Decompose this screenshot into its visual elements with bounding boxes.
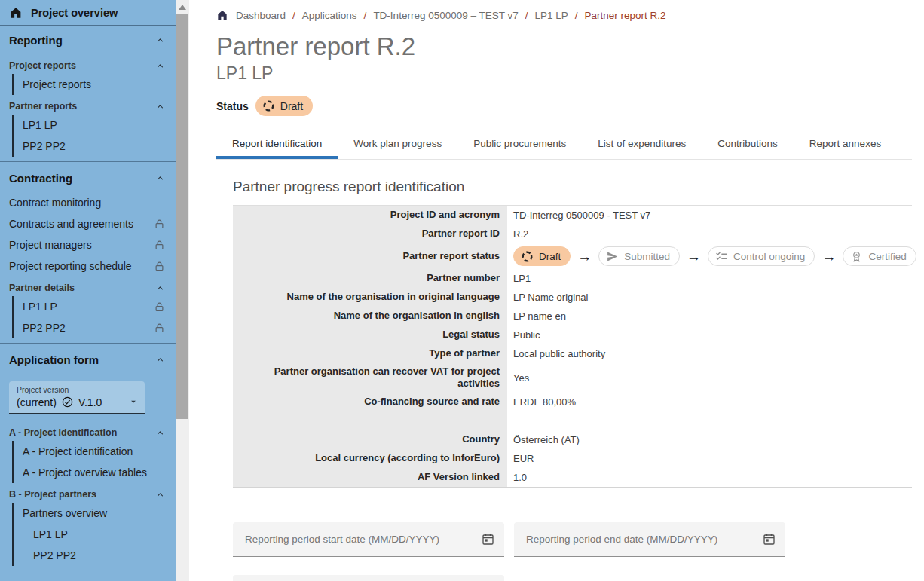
end-date-input[interactable] [525, 533, 762, 546]
chevron-up-icon [155, 61, 165, 71]
table-row-value: Yes [507, 370, 535, 386]
sidebar-item-label: Project overview [31, 7, 118, 19]
table-row-partner-report-status: Partner report statusDraft→Submitted→Con… [233, 243, 912, 269]
home-icon [9, 6, 23, 20]
table-row-value [507, 418, 519, 423]
sidebar-item-partner-details[interactable]: Partner details [0, 277, 176, 296]
table-row-partner-organisation-can-recover-vat-for-project-activities: Partner organisation can recover VAT for… [233, 363, 912, 393]
sidebar-item-a-project-identification[interactable]: A - Project identification [14, 441, 176, 462]
sidebar-item-contracting[interactable]: Contracting [0, 164, 176, 192]
sidebar-item-lp1-lp[interactable]: LP1 LP [14, 115, 176, 136]
tab-public-procurements[interactable]: Public procurements [457, 130, 582, 159]
table-row-label: Project ID and acronym [233, 206, 507, 225]
chevron-up-icon [155, 355, 165, 365]
sidebar-item-b-project-partners[interactable]: B - Project partners [0, 483, 176, 503]
checklist-icon [715, 250, 728, 263]
chevron-up-icon [155, 283, 165, 293]
status-step-control-ongoing: Control ongoing [708, 246, 815, 266]
sidebar-item-application-form[interactable]: Application form [0, 345, 176, 374]
sidebar-item-label: PP2 PP2 [23, 322, 66, 334]
calendar-icon[interactable] [762, 532, 776, 546]
sidebar-tree: LP1 LPPP2 PP2 [12, 296, 176, 338]
end-date-field[interactable] [514, 522, 785, 557]
tab-report-annexes[interactable]: Report annexes [794, 130, 897, 159]
status-badge: Draft [255, 96, 313, 116]
scrollbar-up-arrow-icon[interactable] [179, 5, 186, 10]
project-version-label: Project version [17, 385, 139, 394]
table-row-label: Name of the organisation in english [233, 307, 507, 326]
sidebar-item-label: Partner reports [9, 101, 77, 112]
sidebar-item-pp2-pp2[interactable]: PP2 PP2 [14, 136, 176, 157]
status-row: Status Draft [216, 96, 912, 116]
main-content: Dashboard/Applications/TD-Interreg 05000… [189, 0, 924, 581]
status-step-draft: Draft [513, 246, 571, 266]
tab-list-of-expenditures[interactable]: List of expenditures [582, 130, 702, 159]
page-subtitle: LP1 LP [216, 63, 912, 84]
start-date-field[interactable] [233, 522, 504, 557]
table-row-value: LP1 [507, 271, 537, 286]
sidebar-item-project-reporting-schedule[interactable]: Project reporting schedule [0, 255, 176, 277]
table-row-label: Local currency (according to InforEuro) [233, 449, 507, 468]
sidebar-item-partner-reports[interactable]: Partner reports [0, 95, 176, 115]
tab-contributions[interactable]: Contributions [702, 130, 794, 159]
table-row-project-id-and-acronym: Project ID and acronymTD-Interreg 050000… [233, 206, 912, 225]
tab-report-identification[interactable]: Report identification [216, 130, 338, 159]
table-row-value: LP Name original [507, 289, 594, 305]
sidebar-item-lp1-lp[interactable]: LP1 LP [14, 524, 176, 545]
chevron-up-icon [155, 173, 165, 183]
sidebar-nav: ReportingProject reportsProject reportsP… [0, 26, 176, 566]
breadcrumb-link[interactable]: TD-Interreg 0500009 – TEST v7 [373, 10, 518, 21]
sidebar-item-label: Project reports [9, 60, 76, 71]
sidebar-item-label: Contract monitoring [9, 197, 101, 209]
sidebar-item-project-overview[interactable]: Project overview [0, 0, 176, 26]
project-version-number: V.1.0 [78, 396, 102, 408]
table-row-value: Local public authority [507, 346, 611, 362]
sidebar-item-project-reports[interactable]: Project reports [14, 74, 176, 95]
project-version-select[interactable]: Project version(current)V.1.0 [9, 381, 145, 414]
sidebar-item-project-reports[interactable]: Project reports [0, 54, 176, 74]
sidebar-item-label: LP1 LP [23, 119, 57, 131]
sidebar-item-contracts-and-agreements[interactable]: Contracts and agreements [0, 213, 176, 234]
table-row-af-version-linked: AF Version linked1.0 [233, 468, 912, 487]
sidebar-item-label: Contracting [9, 172, 72, 185]
table-row-value: R.2 [507, 226, 534, 242]
status-step-label: Draft [539, 251, 561, 262]
breadcrumb-separator: / [575, 10, 578, 21]
sidebar-item-pp2-pp2[interactable]: PP2 PP2 [14, 545, 176, 566]
sidebar-item-lp1-lp[interactable]: LP1 LP [14, 296, 176, 317]
sidebar-item-a-project-overview-tables[interactable]: A - Project overview tables [14, 462, 176, 483]
home-icon[interactable] [216, 9, 228, 21]
breadcrumb-current: Partner report R.2 [585, 10, 666, 21]
sidebar-scrollbar-thumb[interactable] [176, 14, 188, 419]
sidebar-item-contract-monitoring[interactable]: Contract monitoring [0, 192, 176, 213]
reporting-period-select[interactable]: Reporting period [233, 575, 504, 581]
sidebar-item-a-project-identification[interactable]: A - Project identification [0, 421, 176, 441]
table-row-value: Draft→Submitted→Control ongoing→Certifie… [507, 244, 922, 268]
table-row-country: CountryÖsterreich (AT) [233, 430, 912, 449]
draft-icon [521, 250, 534, 263]
status-step-certified: Certified [843, 246, 916, 266]
calendar-icon[interactable] [481, 532, 495, 546]
lock-icon [154, 323, 165, 334]
sidebar-item-pp2-pp2[interactable]: PP2 PP2 [14, 317, 176, 338]
table-row-value: Österreich (AT) [507, 432, 586, 448]
project-version-value: (current)V.1.0 [17, 396, 139, 408]
sidebar-item-project-managers[interactable]: Project managers [0, 234, 176, 255]
sidebar-item-reporting[interactable]: Reporting [0, 26, 176, 54]
status-step-submitted: Submitted [598, 246, 680, 266]
breadcrumb-separator: / [364, 10, 367, 21]
sidebar-item-label: A - Project overview tables [23, 466, 147, 479]
table-row-value: Public [507, 327, 546, 343]
table-row-value: EUR [507, 451, 540, 466]
sidebar-divider [0, 343, 176, 344]
start-date-input[interactable] [243, 533, 481, 546]
section-title: Partner progress report identification [233, 179, 912, 195]
tab-work-plan-progress[interactable]: Work plan progress [338, 130, 457, 159]
breadcrumb-link[interactable]: Applications [302, 10, 357, 21]
check-circle-icon [61, 396, 74, 408]
breadcrumb-link[interactable]: Dashboard [236, 10, 286, 21]
sidebar-divider [0, 161, 176, 162]
sidebar-scrollbar[interactable] [176, 0, 189, 581]
breadcrumb-link[interactable]: LP1 LP [535, 10, 568, 21]
sidebar-item-partners-overview[interactable]: Partners overview [14, 503, 176, 524]
